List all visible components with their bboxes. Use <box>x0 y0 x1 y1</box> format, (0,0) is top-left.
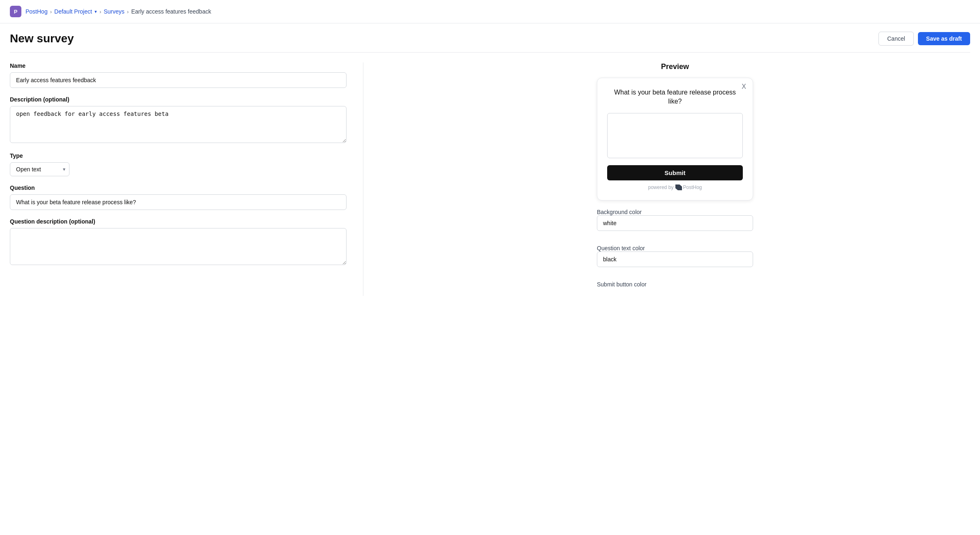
type-group: Type Open text Multiple choice Single ch… <box>10 152 347 176</box>
bg-color-input[interactable] <box>597 215 753 231</box>
breadcrumb-project[interactable]: Default Project <box>54 8 92 15</box>
cancel-button[interactable]: Cancel <box>878 32 914 46</box>
name-input[interactable] <box>10 72 347 88</box>
main-content: Name Description (optional) Type Open te… <box>0 53 980 306</box>
breadcrumb-sep-3: › <box>127 9 129 15</box>
question-label: Question <box>10 184 347 191</box>
page-title: New survey <box>10 32 74 45</box>
preview-submit-button[interactable]: Submit <box>607 165 743 180</box>
description-label: Description (optional) <box>10 96 347 103</box>
preview-response-textarea[interactable] <box>607 113 743 158</box>
powered-by-text: powered by <box>648 184 673 190</box>
type-select-wrapper: Open text Multiple choice Single choice … <box>10 162 69 176</box>
submit-button-color-label: Submit button color <box>597 281 647 288</box>
type-label: Type <box>10 152 347 159</box>
save-draft-button[interactable]: Save as draft <box>918 32 970 45</box>
question-group: Question <box>10 184 347 210</box>
question-text-color-label: Question text color <box>597 245 645 251</box>
question-desc-label: Question description (optional) <box>10 218 347 225</box>
left-panel: Name Description (optional) Type Open te… <box>10 62 363 296</box>
bg-color-group: Background color <box>597 209 753 237</box>
name-group: Name <box>10 62 347 88</box>
breadcrumb-sep-1: › <box>50 9 52 15</box>
name-label: Name <box>10 62 347 69</box>
preview-close-icon[interactable]: X <box>742 83 746 90</box>
question-text-color-group: Question text color <box>597 245 753 273</box>
question-desc-textarea[interactable] <box>10 228 347 265</box>
posthog-brand-logo: PostHog <box>675 184 702 190</box>
preview-section: Preview X What is your beta feature rele… <box>380 62 970 296</box>
question-input[interactable] <box>10 194 347 210</box>
submit-button-color-group: Submit button color <box>597 281 753 288</box>
bg-color-label: Background color <box>597 209 642 215</box>
preview-powered-by: powered by PostHog <box>607 184 743 190</box>
header-actions: Cancel Save as draft <box>878 32 970 46</box>
breadcrumb-app[interactable]: PostHog <box>25 8 48 15</box>
project-dropdown-icon[interactable]: ▾ <box>95 9 97 14</box>
question-text-color-input[interactable] <box>597 251 753 267</box>
page-header: New survey Cancel Save as draft <box>0 23 980 52</box>
breadcrumb: P PostHog › Default Project ▾ › Surveys … <box>0 0 980 23</box>
posthog-brand-name: PostHog <box>683 184 702 190</box>
preview-card: X What is your beta feature release proc… <box>597 78 753 201</box>
breadcrumb-current-page: Early access features feedback <box>131 8 211 15</box>
question-desc-group: Question description (optional) <box>10 218 347 266</box>
right-panel: Preview X What is your beta feature rele… <box>363 62 970 296</box>
description-group: Description (optional) <box>10 96 347 144</box>
app-logo: P <box>10 6 21 17</box>
description-textarea[interactable] <box>10 106 347 143</box>
breadcrumb-section[interactable]: Surveys <box>104 8 125 15</box>
type-select[interactable]: Open text Multiple choice Single choice … <box>10 162 69 176</box>
posthog-logo-svg <box>675 184 682 190</box>
preview-question-text: What is your beta feature release proces… <box>607 88 743 106</box>
color-customization: Background color Question text color Sub… <box>597 209 753 296</box>
breadcrumb-sep-2: › <box>99 9 101 15</box>
preview-title: Preview <box>661 62 689 71</box>
